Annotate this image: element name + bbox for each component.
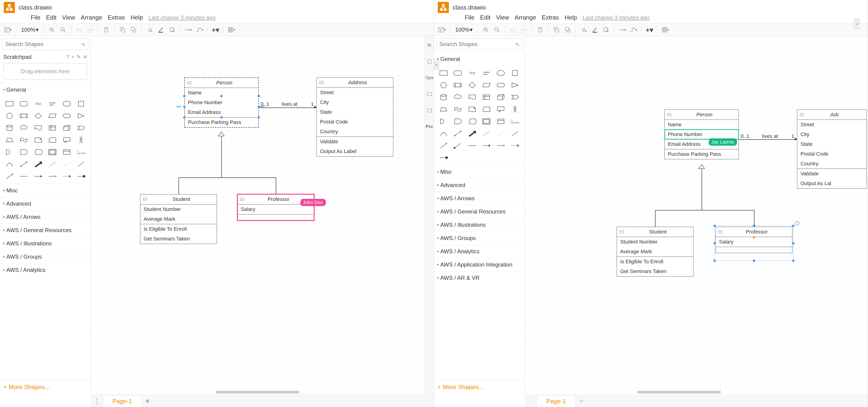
scratchpad-dropzone[interactable]: Drag elements here (3, 63, 87, 80)
shape-rect[interactable] (3, 99, 16, 109)
zoom-level[interactable]: 100% ▾ (454, 27, 474, 33)
shape-d[interactable] (3, 147, 16, 157)
shape-cylinder[interactable] (437, 92, 450, 102)
shape-process[interactable] (18, 111, 30, 121)
method-row[interactable]: Validate (797, 169, 867, 179)
shape-biarrow2[interactable] (3, 171, 16, 181)
edge-lives-at[interactable] (259, 107, 316, 108)
attr-row[interactable]: Average Mark (617, 247, 693, 257)
fill-color-icon[interactable] (146, 26, 154, 34)
tab-page1[interactable]: Page-1 (537, 395, 576, 407)
category-item[interactable]: AWS / Groups (0, 250, 91, 263)
shape-dotline[interactable] (495, 128, 507, 139)
strip-opacity[interactable]: Opa (425, 71, 434, 84)
shape-circle[interactable] (3, 111, 16, 121)
shape-step[interactable] (75, 123, 88, 133)
shape-ellipse[interactable] (495, 68, 507, 78)
collapse-icon[interactable] (620, 231, 623, 233)
method-row[interactable]: Purchase Parking Pass (664, 149, 739, 159)
drawio-logo[interactable] (438, 2, 449, 13)
rotate-handle[interactable] (795, 221, 799, 225)
category-item[interactable]: AWS / Arrows (434, 192, 525, 205)
method-row[interactable]: Validate (317, 137, 393, 146)
method-row[interactable]: Get Seminars Taken (140, 234, 217, 244)
edit-scratch-icon[interactable]: ✎ (76, 54, 81, 60)
collapse-icon[interactable] (800, 113, 804, 116)
collapse-icon[interactable] (668, 113, 671, 116)
category-item[interactable]: AWS / General Resources (0, 224, 91, 237)
shape-diamond[interactable] (466, 80, 478, 90)
shape-circle[interactable] (437, 80, 450, 90)
to-back-icon[interactable] (129, 26, 138, 34)
shape-square[interactable] (509, 68, 522, 78)
shape-data[interactable] (466, 116, 478, 127)
insert-icon[interactable]: +▾ (211, 26, 219, 34)
shape-diamond[interactable] (32, 111, 44, 121)
file-title[interactable]: class.drawio (453, 4, 486, 11)
category-item[interactable]: AWS / AR & VR (434, 271, 525, 284)
connection-icon[interactable]: ▾ (618, 26, 626, 34)
shape-square[interactable] (75, 99, 88, 109)
strip-arrange[interactable] (425, 55, 434, 68)
hscrollbar[interactable] (216, 391, 300, 394)
shape-cloud[interactable] (452, 92, 464, 102)
shape-bordered[interactable] (46, 147, 59, 157)
shape-card[interactable] (46, 135, 59, 145)
shape-card[interactable] (480, 104, 493, 114)
shape-trap[interactable] (437, 104, 450, 114)
shape-curve[interactable] (437, 128, 450, 139)
shape-conn4[interactable] (509, 140, 522, 151)
shape-conn5[interactable] (75, 171, 88, 181)
redo-icon[interactable] (86, 26, 94, 34)
canvas[interactable]: Person Name Phone Number Email Address P… (91, 36, 425, 395)
category-item[interactable]: AWS / General Resources (434, 205, 525, 218)
view-mode-button[interactable]: ▾ (4, 26, 12, 34)
shape-internal[interactable] (46, 123, 59, 133)
shape-callout[interactable] (61, 135, 73, 145)
shape-cylinder[interactable] (3, 123, 16, 133)
uml-student[interactable]: Student Student Number Average Mark Is E… (140, 194, 217, 244)
hscrollbar[interactable] (637, 391, 721, 394)
shape-cloud[interactable] (18, 123, 30, 133)
menu-file[interactable]: File (31, 14, 40, 21)
attr-row[interactable]: Phone Number (664, 130, 739, 139)
attr-row[interactable]: City (317, 97, 393, 107)
redo-icon[interactable] (520, 26, 528, 34)
shape-ellipse[interactable] (61, 99, 73, 109)
shape-cube[interactable] (61, 123, 73, 133)
collapse-icon[interactable] (143, 198, 147, 201)
category-item[interactable]: Misc (0, 184, 91, 197)
shape-data[interactable] (32, 147, 44, 157)
shape-or[interactable] (452, 116, 464, 127)
zoom-in-icon[interactable] (48, 26, 56, 34)
to-back-icon[interactable] (563, 26, 572, 34)
line-color-icon[interactable] (591, 26, 599, 34)
shape-rect[interactable] (437, 68, 450, 78)
view-mode-button[interactable]: ▾ (438, 26, 446, 34)
search-input[interactable] (3, 39, 79, 50)
fill-color-icon[interactable] (580, 26, 588, 34)
menu-extras[interactable]: Extras (542, 14, 559, 21)
shape-list[interactable]: ▭List Item (509, 116, 522, 127)
shape-roundrect[interactable] (18, 99, 30, 109)
method-row[interactable]: Get Seminars Taken (617, 267, 693, 276)
category-item[interactable]: Advanced (434, 178, 525, 192)
table-icon[interactable]: ▾ (661, 26, 670, 34)
category-item[interactable]: AWS / Analytics (0, 263, 91, 276)
shape-tape[interactable] (452, 104, 464, 114)
attr-row[interactable]: Student Number (617, 237, 693, 247)
shape-container[interactable] (61, 147, 73, 157)
menu-extras[interactable]: Extras (108, 14, 125, 21)
shape-conn1[interactable] (18, 171, 30, 181)
category-general[interactable]: General (0, 83, 91, 96)
menu-edit[interactable]: Edit (46, 14, 57, 21)
shape-cube[interactable] (495, 92, 507, 102)
shape-process[interactable] (452, 80, 464, 90)
shape-document[interactable] (32, 123, 44, 133)
category-item[interactable]: AWS / Application Integration (434, 258, 525, 271)
last-change[interactable]: Last change 3 minutes ago (149, 14, 216, 21)
shape-biarrow[interactable] (18, 159, 30, 169)
attr-row[interactable]: Street (317, 88, 393, 97)
category-general[interactable]: General (434, 52, 525, 66)
attr-row[interactable]: Student Number (140, 204, 217, 214)
